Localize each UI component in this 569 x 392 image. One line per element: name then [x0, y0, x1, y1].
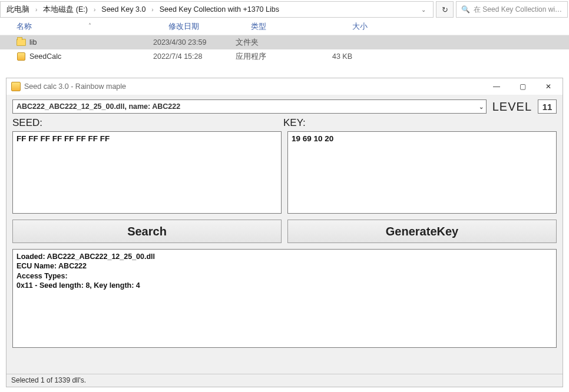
breadcrumb[interactable]: 此电脑: [4, 4, 32, 16]
column-date[interactable]: 修改日期: [168, 22, 251, 32]
status-text: Selected 1 of 1339 dll's.: [11, 376, 86, 384]
refresh-icon: ↻: [442, 5, 448, 14]
status-bar: Selected 1 of 1339 dll's.: [6, 374, 563, 387]
search-icon: 🔍: [461, 5, 470, 14]
file-date: 2023/4/30 23:59: [153, 38, 236, 46]
folder-icon: [15, 39, 27, 46]
file-type: 应用程序: [236, 52, 305, 62]
chevron-down-icon: ⌄: [479, 104, 484, 110]
explorer-toolbar: 此电脑 › 本地磁盘 (E:) › Seed Key 3.0 › Seed Ke…: [0, 0, 569, 19]
address-bar[interactable]: 此电脑 › 本地磁盘 (E:) › Seed Key 3.0 › Seed Ke…: [0, 1, 434, 18]
file-explorer: 此电脑 › 本地磁盘 (E:) › Seed Key 3.0 › Seed Ke…: [0, 0, 569, 78]
seed-label: SEED:: [12, 117, 283, 129]
refresh-button[interactable]: ↻: [436, 1, 454, 18]
dll-selected-value: ABC222_ABC222_12_25_00.dll, name: ABC222: [16, 102, 180, 111]
log-output[interactable]: Loaded: ABC222_ABC222_12_25_00.dll ECU N…: [12, 249, 557, 348]
window-title: Seed calc 3.0 - Rainbow maple: [24, 82, 126, 91]
app-icon: [15, 52, 27, 61]
breadcrumb[interactable]: 本地磁盘 (E:): [41, 4, 90, 16]
seed-input[interactable]: FF FF FF FF FF FF FF FF: [12, 131, 282, 214]
title-bar[interactable]: Seed calc 3.0 - Rainbow maple — ▢ ✕: [6, 78, 563, 95]
file-type: 文件夹: [236, 38, 305, 48]
explorer-search-input[interactable]: 🔍 在 Seed Key Collection wit...: [456, 1, 568, 18]
column-type[interactable]: 类型: [251, 22, 320, 32]
list-item[interactable]: lib 2023/4/30 23:59 文件夹: [0, 35, 569, 49]
close-icon: ✕: [545, 82, 551, 91]
minimize-button[interactable]: —: [484, 78, 510, 95]
search-button-label: Search: [127, 225, 167, 238]
minimize-icon: —: [493, 82, 500, 91]
chevron-right-icon: ›: [150, 6, 154, 13]
level-value: 11: [542, 102, 553, 112]
key-label: KEY:: [283, 117, 306, 129]
client-area: ABC222_ABC222_12_25_00.dll, name: ABC222…: [6, 95, 563, 387]
file-name: lib: [29, 38, 37, 46]
file-name: SeedCalc: [29, 52, 61, 61]
chevron-down-icon[interactable]: ⌄: [418, 5, 429, 14]
dll-select[interactable]: ABC222_ABC222_12_25_00.dll, name: ABC222…: [12, 99, 487, 114]
chevron-right-icon: ›: [34, 6, 38, 13]
sort-indicator-icon: ˄: [88, 22, 91, 29]
column-size[interactable]: 大小: [320, 22, 368, 32]
breadcrumb[interactable]: Seed Key Collection with +1370 Libs: [157, 4, 282, 15]
file-size: 43 KB: [305, 52, 352, 61]
key-output[interactable]: 19 69 10 20: [287, 131, 557, 214]
generate-key-button-label: GenerateKey: [386, 225, 458, 238]
breadcrumb[interactable]: Seed Key 3.0: [99, 4, 148, 15]
column-name[interactable]: 名称: [16, 22, 168, 32]
level-input[interactable]: 11: [538, 99, 557, 114]
list-item[interactable]: SeedCalc 2022/7/4 15:28 应用程序 43 KB: [0, 49, 569, 64]
close-button[interactable]: ✕: [535, 78, 561, 95]
seedcalc-window: Seed calc 3.0 - Rainbow maple — ▢ ✕ ABC2…: [6, 78, 563, 387]
file-date: 2022/7/4 15:28: [153, 52, 236, 61]
level-label: LEVEL: [492, 100, 532, 114]
app-icon: [11, 82, 21, 91]
search-button[interactable]: Search: [12, 220, 282, 243]
seed-value: FF FF FF FF FF FF FF FF: [16, 134, 110, 143]
key-value: 19 69 10 20: [292, 134, 333, 143]
chevron-right-icon: ›: [92, 6, 97, 13]
maximize-button[interactable]: ▢: [510, 78, 535, 95]
maximize-icon: ▢: [520, 82, 526, 91]
column-headers: ˄ 名称 修改日期 类型 大小: [0, 19, 569, 35]
generate-key-button[interactable]: GenerateKey: [287, 220, 557, 243]
search-placeholder: 在 Seed Key Collection wit...: [474, 5, 563, 15]
